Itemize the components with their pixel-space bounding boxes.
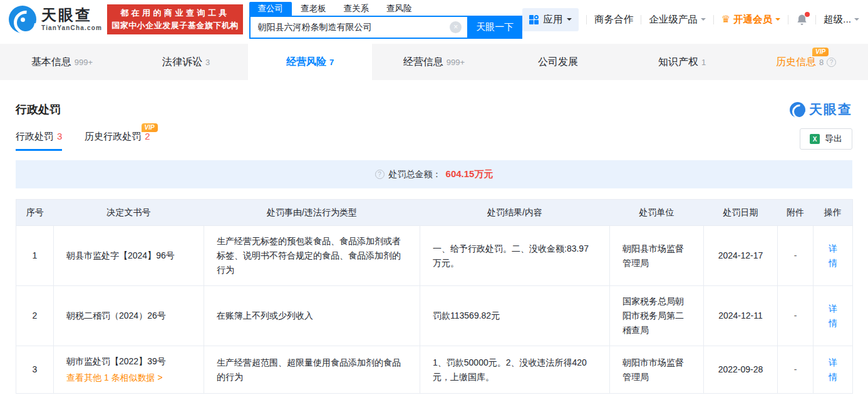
chevron-down-icon [775, 18, 780, 23]
nav-tab-label: 公司发展 [538, 56, 578, 69]
cooperation-link[interactable]: 商务合作 [594, 13, 633, 26]
nav-tab-0[interactable]: 基本信息999+ [0, 44, 124, 80]
detail-link[interactable]: 详情 [829, 357, 837, 382]
nav-tab-1[interactable]: 法律诉讼3 [124, 44, 248, 80]
export-label: 导出 [825, 133, 842, 145]
cell-date: 2024-12-17 [704, 226, 778, 286]
nav-tab-4[interactable]: 公司发展 [496, 44, 620, 80]
cell-reason: 生产经营无标签的预包装食品、食品添加剂或者标签、说明书不符合规定的食品、食品添加… [204, 226, 420, 286]
cell-reason: 在账簿上不列或少列收入 [204, 286, 420, 346]
cell-no: 3 [16, 346, 54, 394]
cell-action: 详情 [814, 346, 853, 394]
tianyancha-logo[interactable]: 天眼查 TianYanCha.com [9, 6, 102, 33]
cell-attachment: - [778, 226, 814, 286]
promo-banner: 都在用的商业查询工具 国家中小企业发展子基金旗下机构 [107, 4, 242, 34]
column-header-2: 处罚事由/违法行为类型 [204, 200, 420, 226]
app-grid-icon [529, 15, 539, 24]
top-header: 天眼查 TianYanCha.com 都在用的商业查询工具 国家中小企业发展子基… [0, 0, 868, 39]
section-tab-1[interactable]: 历史行政处罚2VIP [85, 131, 150, 151]
search-tab-2[interactable]: 查关系 [335, 2, 378, 16]
column-header-0: 序号 [16, 200, 54, 226]
nav-tab-6[interactable]: 历史信息8VIP? [744, 44, 868, 80]
notification-dot [805, 12, 810, 17]
divider [586, 15, 587, 24]
column-header-7: 操作 [814, 200, 853, 226]
table-body: 1朝县市监处字【2024】96号生产经营无标签的预包装食品、食品添加剂或者标签、… [16, 226, 853, 394]
search-input[interactable] [249, 16, 468, 39]
table-row: 2朝税二稽罚（2024）26号在账簿上不列或少列收入罚款113569.82元国家… [16, 286, 853, 346]
search-tab-0[interactable]: 查公司 [249, 2, 292, 16]
summary-label: 处罚总金额： [389, 169, 442, 180]
crown-icon: ♛ [721, 14, 730, 24]
section-tab-count: 3 [57, 131, 62, 141]
section-tab-0[interactable]: 行政处罚3 [16, 131, 62, 151]
watermark-text: 天眼查 [809, 101, 852, 118]
help-icon[interactable]: ? [375, 170, 385, 179]
doc-no-text: 朝县市监处字【2024】96号 [66, 249, 191, 263]
cell-action: 详情 [814, 226, 853, 286]
tianyancha-watermark-icon [790, 102, 805, 118]
nav-tab-label: 法律诉讼 [162, 56, 202, 69]
export-button[interactable]: X 导出 [800, 128, 852, 150]
search-field: × [249, 16, 468, 39]
section-tab-label: 历史行政处罚 [85, 131, 141, 141]
cell-no: 1 [16, 226, 54, 286]
nav-tab-2[interactable]: 经营风险7 [248, 44, 372, 80]
search-box: × 天眼一下 [249, 16, 523, 39]
search-tab-1[interactable]: 查老板 [292, 2, 335, 16]
table-row: 3朝市监处罚【2022】39号查看其他 1 条相似数据 >生产经营超范围、超限量… [16, 346, 853, 394]
tianyancha-logo-icon [9, 6, 36, 33]
apps-menu[interactable]: 应用 [522, 8, 579, 31]
logo-text: 天眼查 TianYanCha.com [41, 8, 102, 31]
nav-tab-count: 8 [819, 58, 824, 67]
chevron-down-icon [701, 18, 706, 23]
cell-doc-no: 朝税二稽罚（2024）26号 [54, 286, 204, 346]
nav-tab-count: 999+ [75, 58, 93, 67]
tianyancha-watermark: 天眼查 [790, 101, 852, 118]
cell-result: 1、罚款50000元。2、没收违法所得420元，上缴国库。 [420, 346, 610, 394]
cell-result: 一、给予行政处罚。二、没收金额:83.97万元。 [420, 226, 610, 286]
cell-unit: 国家税务总局朝阳市税务局第二稽查局 [610, 286, 704, 346]
cell-no: 2 [16, 286, 54, 346]
cell-date: 2024-12-11 [704, 286, 778, 346]
enterprise-products-menu[interactable]: 企业级产品 [649, 13, 706, 26]
nav-tab-count: 1 [701, 58, 706, 67]
open-vip-menu[interactable]: ♛ 开通会员 [721, 13, 780, 26]
search-tab-3[interactable]: 查风险 [378, 2, 421, 16]
detail-link[interactable]: 详情 [829, 244, 837, 268]
cell-attachment: - [778, 286, 814, 346]
column-header-1: 决定文书号 [54, 200, 204, 226]
cell-doc-no: 朝市监处罚【2022】39号查看其他 1 条相似数据 > [54, 346, 204, 394]
summary-amount: 604.15万元 [446, 168, 493, 180]
nav-tab-label: 基本信息 [31, 56, 71, 69]
search-area: 查公司查老板查关系查风险 × 天眼一下 [249, 0, 523, 39]
divider [815, 15, 816, 24]
nav-tab-label: 经营风险 [286, 56, 326, 69]
nav-tab-label: 知识产权 [658, 56, 698, 69]
similar-data-link[interactable]: 查看其他 1 条相似数据 > [66, 371, 191, 385]
divider [641, 15, 641, 24]
promo-line2: 国家中小企业发展子基金旗下机构 [111, 19, 239, 32]
nav-tab-5[interactable]: 知识产权1 [620, 44, 744, 80]
notifications-button[interactable] [796, 14, 808, 26]
column-header-5: 处罚日期 [704, 200, 778, 226]
header-actions: 应用 商务合作 企业级产品 ♛ 开通会员 超级... [522, 8, 859, 31]
search-button[interactable]: 天眼一下 [467, 16, 522, 39]
account-label: 超级... [824, 13, 851, 26]
excel-icon: X [810, 134, 820, 144]
nav-tab-label: 经营信息 [403, 56, 443, 69]
account-menu[interactable]: 超级... [824, 13, 859, 26]
promo-line1: 都在用的商业查询工具 [120, 7, 230, 19]
cell-doc-no: 朝县市监处字【2024】96号 [54, 226, 204, 286]
nav-tab-label: 历史信息 [776, 56, 816, 69]
main-content: 行政处罚 天眼查 行政处罚3历史行政处罚2VIP X 导出 ? 处罚总金额： 6… [0, 101, 868, 394]
vip-badge: VIP [812, 48, 829, 56]
penalty-summary-banner: ? 处罚总金额： 604.15万元 [16, 160, 852, 188]
cell-date: 2022-09-28 [704, 346, 778, 394]
section-tab-label: 行政处罚 [16, 131, 53, 141]
vip-badge: VIP [142, 123, 158, 132]
cell-reason: 生产经营超范围、超限量使用食品添加剂的食品的行为 [204, 346, 420, 394]
detail-link[interactable]: 详情 [829, 304, 837, 328]
nav-tab-3[interactable]: 经营信息999+ [372, 44, 496, 80]
column-header-3: 处罚结果/内容 [420, 200, 610, 226]
